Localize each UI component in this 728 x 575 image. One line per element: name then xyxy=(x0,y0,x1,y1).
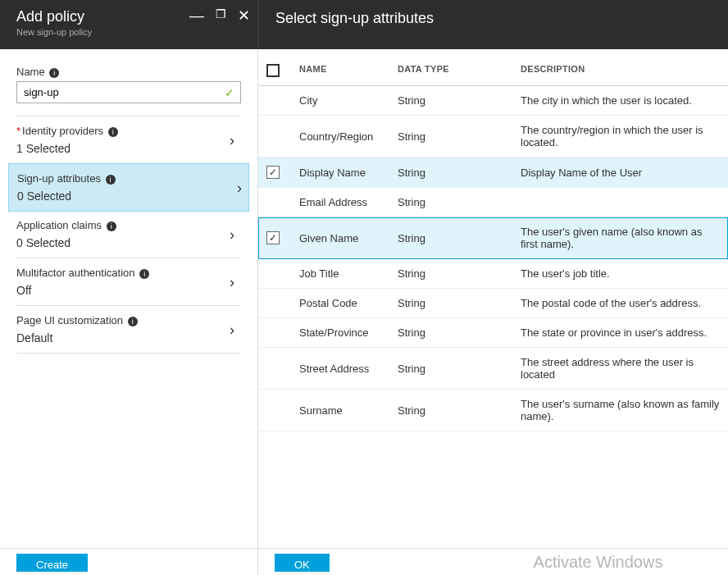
table-row[interactable]: Street AddressStringThe street address w… xyxy=(258,348,728,390)
chevron-right-icon: › xyxy=(230,131,234,148)
title-bar: Add policy New sign-up policy — ❐ ✕ Sele… xyxy=(0,0,728,49)
table-header-row: NAME DATA TYPE DESCRIPTION xyxy=(258,49,728,86)
chevron-right-icon: › xyxy=(230,321,234,338)
info-icon[interactable]: i xyxy=(139,269,149,279)
section-title: Multifactor authentication i xyxy=(16,267,241,279)
info-icon[interactable]: i xyxy=(106,175,116,185)
name-label: Name i xyxy=(16,66,241,78)
attr-description: The postal code of the user's address. xyxy=(521,297,720,309)
main-area: Name i ✓ *Identity providers i1 Selected… xyxy=(0,49,728,548)
table-row[interactable]: Country/RegionStringThe country/region i… xyxy=(258,116,728,157)
table-row[interactable]: Postal CodeStringThe postal code of the … xyxy=(258,289,728,318)
right-header: Select sign-up attributes xyxy=(258,0,728,49)
attr-description: The user's surname (also known as family… xyxy=(521,398,720,422)
info-icon[interactable]: i xyxy=(49,68,59,78)
watermark-line1: Activate Windows xyxy=(534,553,703,572)
attr-description: The user's given name (also known as fir… xyxy=(521,226,720,250)
left-pane: Name i ✓ *Identity providers i1 Selected… xyxy=(0,49,258,548)
attr-type: String xyxy=(398,326,521,339)
section-title: Application claims i xyxy=(16,219,241,231)
section-title-text: Identity providers xyxy=(22,125,103,137)
section-title: Sign-up attributes i xyxy=(17,172,240,185)
right-pane: NAME DATA TYPE DESCRIPTION CityStringThe… xyxy=(258,49,728,548)
checkbox-cell xyxy=(266,231,299,244)
ok-button[interactable]: OK xyxy=(275,554,330,572)
select-all-checkbox[interactable] xyxy=(266,64,280,77)
chevron-right-icon: › xyxy=(230,226,234,243)
attr-name: Surname xyxy=(299,404,398,417)
close-icon[interactable]: ✕ xyxy=(238,8,250,23)
attr-description: The country/region in which the user is … xyxy=(521,124,720,148)
create-button[interactable]: Create xyxy=(16,554,88,572)
attr-type: String xyxy=(398,196,521,208)
footer-left: Create xyxy=(0,549,258,575)
table-row[interactable]: State/ProvinceStringThe state or provinc… xyxy=(258,318,728,348)
section-title-text: Multifactor authentication xyxy=(16,267,135,279)
info-icon[interactable]: i xyxy=(107,221,116,231)
section-row[interactable]: *Identity providers i1 Selected› xyxy=(16,116,241,164)
left-header: Add policy New sign-up policy — ❐ ✕ xyxy=(0,0,258,49)
info-icon[interactable]: i xyxy=(108,127,118,137)
section-title: Page UI customization i xyxy=(16,314,241,326)
attr-type: String xyxy=(398,232,521,244)
table-body: CityStringThe city in which the user is … xyxy=(258,86,728,431)
section-value: 0 Selected xyxy=(17,189,240,203)
attr-description: The user's job title. xyxy=(521,267,720,280)
name-input[interactable] xyxy=(16,81,241,103)
section-row[interactable]: Multifactor authentication iOff› xyxy=(16,258,241,306)
table-row[interactable]: CityStringThe city in which the user is … xyxy=(258,86,728,116)
header-datatype: DATA TYPE xyxy=(398,64,521,77)
minimize-icon[interactable]: — xyxy=(189,8,204,23)
validation-check-icon: ✓ xyxy=(225,86,234,99)
attr-name: State/Province xyxy=(299,326,398,339)
table-row[interactable]: SurnameStringThe user's surname (also kn… xyxy=(258,390,728,431)
name-label-text: Name xyxy=(16,66,45,78)
attr-description: The street address where the user is loc… xyxy=(521,356,720,381)
chevron-right-icon: › xyxy=(230,273,234,290)
attributes-table: NAME DATA TYPE DESCRIPTION CityStringThe… xyxy=(258,49,728,431)
header-checkbox-cell xyxy=(266,64,299,77)
header-name: NAME xyxy=(299,64,398,77)
attr-type: String xyxy=(398,267,521,280)
section-row[interactable]: Application claims i0 Selected› xyxy=(16,211,241,258)
attr-name: Country/Region xyxy=(299,130,398,143)
sections-list: *Identity providers i1 Selected›Sign-up … xyxy=(16,116,241,354)
attr-type: String xyxy=(398,363,521,375)
attr-type: String xyxy=(398,167,521,179)
attr-type: String xyxy=(398,94,521,107)
attr-type: String xyxy=(398,130,521,143)
chevron-right-icon: › xyxy=(237,179,242,196)
attr-name: Street Address xyxy=(299,363,398,375)
header-description: DESCRIPTION xyxy=(521,64,720,77)
attr-description: The city in which the user is located. xyxy=(521,94,720,107)
section-row[interactable]: Sign-up attributes i0 Selected› xyxy=(8,163,249,212)
attr-name: Given Name xyxy=(299,232,398,244)
section-title-text: Sign-up attributes xyxy=(17,172,101,185)
attr-name: Display Name xyxy=(299,167,398,179)
section-value: Off xyxy=(16,284,241,297)
row-checkbox[interactable] xyxy=(266,166,280,179)
windows-watermark: Activate Windows Go to PC settings to ac… xyxy=(534,553,703,575)
section-value: Default xyxy=(16,331,241,345)
section-title-text: Page UI customization xyxy=(16,314,123,326)
attr-name: Email Address xyxy=(299,196,398,208)
attr-type: String xyxy=(398,297,521,309)
attr-name: City xyxy=(299,94,398,107)
attr-name: Job Title xyxy=(299,267,398,280)
section-title-text: Application claims xyxy=(16,219,102,231)
row-checkbox[interactable] xyxy=(266,231,280,244)
panel-subtitle: New sign-up policy xyxy=(16,27,242,37)
checkbox-cell xyxy=(266,166,299,179)
section-row[interactable]: Page UI customization iDefault› xyxy=(16,305,241,354)
table-row[interactable]: Job TitleStringThe user's job title. xyxy=(258,259,728,289)
section-title: *Identity providers i xyxy=(16,125,241,137)
info-icon[interactable]: i xyxy=(128,317,138,326)
required-indicator: * xyxy=(16,125,20,137)
attr-description: Display Name of the User xyxy=(521,167,720,179)
table-row[interactable]: Display NameStringDisplay Name of the Us… xyxy=(258,157,728,188)
table-row[interactable]: Email AddressString xyxy=(258,188,728,217)
window-controls: — ❐ ✕ xyxy=(189,8,250,23)
maximize-icon[interactable]: ❐ xyxy=(216,8,226,23)
table-row[interactable]: Given NameStringThe user's given name (a… xyxy=(258,217,728,259)
section-value: 0 Selected xyxy=(16,236,241,249)
